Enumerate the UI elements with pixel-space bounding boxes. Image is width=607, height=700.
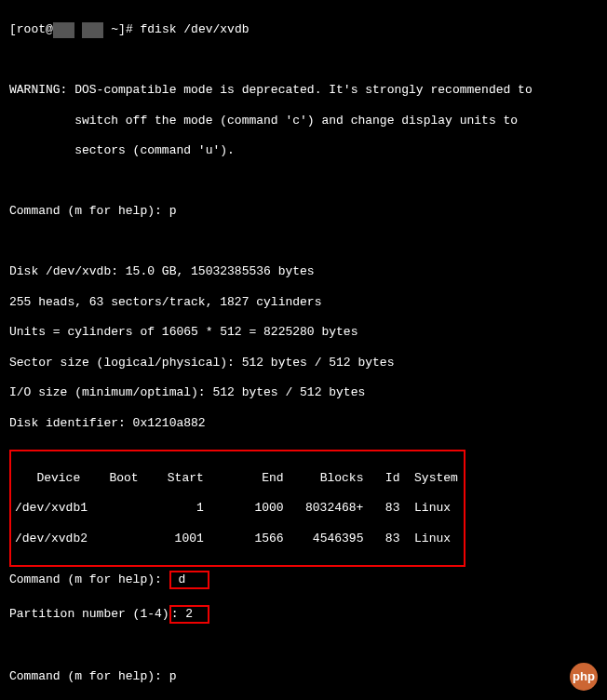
obscured-host xyxy=(53,22,74,37)
disk-info: Units = cylinders of 16065 * 512 = 82252… xyxy=(9,325,598,340)
warning-line: switch off the mode (command 'c') and ch… xyxy=(9,114,598,128)
terminal-window[interactable]: [root@ ~]# fdisk /dev/xvdb WARNING: DOS-… xyxy=(0,0,607,700)
table-header: DeviceBootStartEndBlocksIdSystem xyxy=(15,471,458,486)
disk-info: Sector size (logical/physical): 512 byte… xyxy=(9,356,598,370)
disk-info: Disk /dev/xvdb: 15.0 GB, 15032385536 byt… xyxy=(9,264,598,279)
partition-number-prompt: Partition number (1-4): 2 xyxy=(9,605,598,624)
user-input: p xyxy=(169,204,177,218)
disk-info: Disk identifier: 0x1210a882 xyxy=(9,416,598,431)
typed-command: fdisk /dev/xvdb xyxy=(141,22,250,36)
table-row: /dev/xvdb1110008032468+83Linux xyxy=(15,501,458,516)
highlight-d-command: d xyxy=(169,571,209,589)
shell-prompt-line: [root@ ~]# fdisk /dev/xvdb xyxy=(9,22,598,37)
warning-line: sectors (command 'u'). xyxy=(9,143,598,158)
table-row: /dev/xvdb210011566454639583Linux xyxy=(15,532,458,546)
php-logo-icon: php xyxy=(570,663,598,691)
obscured-host2 xyxy=(82,22,103,37)
fdisk-prompt: Command (m for help): d xyxy=(9,571,598,589)
disk-info: 255 heads, 63 sectors/track, 1827 cylind… xyxy=(9,295,598,310)
disk-info: I/O size (minimum/optimal): 512 bytes / … xyxy=(9,385,598,400)
user-input: p xyxy=(169,669,177,683)
partition-table-highlight: DeviceBootStartEndBlocksIdSystem /dev/xv… xyxy=(9,450,465,567)
warning-line: WARNING: DOS-compatible mode is deprecat… xyxy=(9,83,598,98)
highlight-partnum: : 2 xyxy=(169,605,209,624)
fdisk-prompt: Command (m for help): p xyxy=(9,204,598,219)
fdisk-prompt: Command (m for help): p xyxy=(9,669,598,684)
